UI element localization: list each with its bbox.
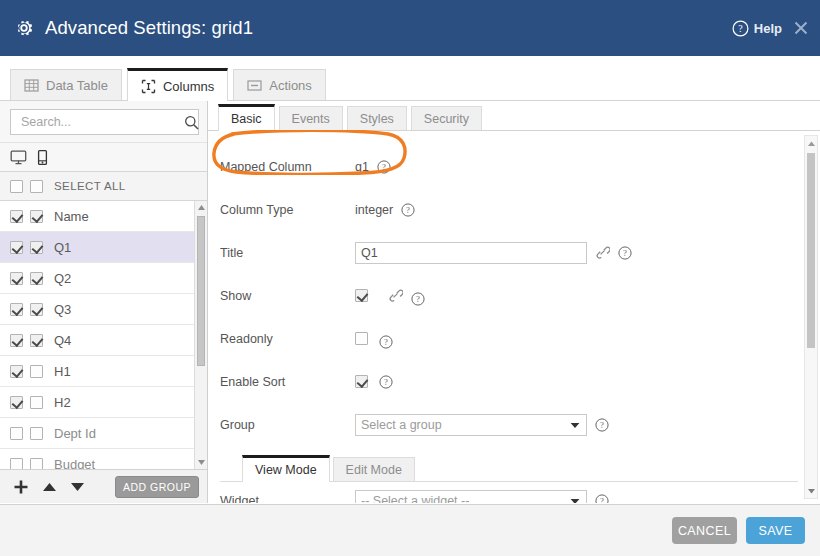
readonly-checkbox[interactable]	[355, 332, 368, 345]
scroll-up-arrow-icon[interactable]	[195, 201, 207, 214]
list-item[interactable]: Dept Id	[0, 418, 207, 449]
show-checkbox[interactable]	[355, 289, 368, 302]
scroll-down-arrow-icon[interactable]	[805, 484, 817, 498]
question-circle-icon[interactable]: ?	[379, 375, 393, 389]
list-item[interactable]: Q3	[0, 294, 207, 325]
dialog-body: SELECT ALL NameQ1Q2Q3Q4H1H2Dept IdBudget	[0, 101, 820, 503]
column-editable-checkbox[interactable]	[30, 458, 43, 470]
column-visible-checkbox[interactable]	[10, 272, 23, 285]
tab-events[interactable]: Events	[279, 106, 343, 130]
list-item[interactable]: H1	[0, 356, 207, 387]
scroll-up-arrow-icon[interactable]	[805, 136, 817, 150]
help-label: Help	[754, 21, 782, 36]
column-visible-checkbox[interactable]	[10, 396, 23, 409]
list-item-label: H2	[54, 395, 71, 410]
add-group-button[interactable]: ADD GROUP	[115, 476, 199, 498]
list-item[interactable]: Budget	[0, 449, 207, 469]
tab-columns[interactable]: Columns	[127, 68, 228, 101]
select-all-row[interactable]: SELECT ALL	[0, 172, 207, 201]
widget-select-value: -- Select a widget --	[361, 494, 469, 504]
header-actions: ? Help	[732, 0, 810, 56]
search-input[interactable]	[19, 114, 184, 130]
column-visible-checkbox[interactable]	[10, 334, 23, 347]
question-circle-icon[interactable]: ?	[401, 203, 415, 217]
tab-actions[interactable]: Actions	[233, 69, 326, 100]
scrollbar-thumb[interactable]	[197, 216, 205, 366]
tab-styles[interactable]: Styles	[347, 106, 407, 130]
list-item[interactable]: Q1	[0, 232, 207, 263]
column-list-scrollbar[interactable]	[194, 201, 207, 469]
column-type-value: integer	[355, 203, 393, 217]
column-editable-checkbox[interactable]	[30, 303, 43, 316]
question-circle-icon[interactable]: ?	[595, 494, 609, 504]
settings-form-scrollbar[interactable]	[804, 135, 818, 499]
tab-view-mode[interactable]: View Mode	[242, 455, 330, 482]
plus-icon[interactable]	[13, 479, 29, 495]
field-label: Readonly	[220, 332, 355, 346]
field-readonly: Readonly ?	[220, 317, 820, 360]
widget-select[interactable]: -- Select a widget --	[355, 490, 587, 504]
chain-link-icon[interactable]	[388, 288, 403, 303]
column-visible-checkbox[interactable]	[10, 241, 23, 254]
column-editable-checkbox[interactable]	[30, 210, 43, 223]
question-circle-icon[interactable]: ?	[379, 335, 393, 349]
arrow-up-icon[interactable]	[42, 481, 57, 493]
close-icon[interactable]	[792, 19, 810, 37]
tab-security[interactable]: Security	[411, 106, 482, 130]
tab-edit-mode[interactable]: Edit Mode	[333, 457, 415, 481]
cancel-button[interactable]: CANCEL	[672, 517, 737, 544]
column-editable-checkbox[interactable]	[30, 272, 43, 285]
tab-label: Actions	[269, 78, 312, 93]
enable-sort-checkbox[interactable]	[355, 375, 368, 388]
title-input[interactable]	[355, 242, 587, 264]
question-circle-icon[interactable]: ?	[377, 160, 391, 174]
search-box[interactable]	[10, 109, 199, 135]
list-item[interactable]: Q2	[0, 263, 207, 294]
question-circle-icon[interactable]: ?	[618, 246, 632, 260]
list-item-label: Q1	[54, 240, 71, 255]
svg-text:?: ?	[600, 420, 604, 430]
field-label: Show	[220, 289, 355, 303]
column-visible-checkbox[interactable]	[10, 210, 23, 223]
search-icon[interactable]	[184, 115, 199, 130]
device-view-toggles	[0, 142, 207, 172]
field-title: Title ?	[220, 231, 820, 274]
column-editable-checkbox[interactable]	[30, 396, 43, 409]
save-button[interactable]: SAVE	[746, 517, 805, 544]
column-editable-checkbox[interactable]	[30, 334, 43, 347]
column-visible-checkbox[interactable]	[10, 427, 23, 440]
arrow-down-icon[interactable]	[70, 481, 85, 493]
tab-label: View Mode	[255, 463, 317, 477]
chain-link-icon[interactable]	[595, 245, 610, 260]
action-box-icon	[247, 78, 262, 93]
column-visible-checkbox[interactable]	[10, 303, 23, 316]
question-circle-icon[interactable]: ?	[411, 292, 425, 306]
column-editable-checkbox[interactable]	[30, 427, 43, 440]
list-item-label: Q4	[54, 333, 71, 348]
list-item[interactable]: Name	[0, 201, 207, 232]
column-editable-checkbox[interactable]	[30, 365, 43, 378]
scrollbar-thumb[interactable]	[807, 153, 815, 348]
column-editable-checkbox[interactable]	[30, 241, 43, 254]
select-all-editable-checkbox[interactable]	[30, 180, 43, 193]
column-visible-checkbox[interactable]	[10, 365, 23, 378]
scroll-down-arrow-icon[interactable]	[195, 456, 207, 469]
tab-label: Columns	[163, 79, 214, 94]
tab-basic[interactable]: Basic	[218, 104, 275, 131]
tab-data-table[interactable]: Data Table	[10, 69, 122, 100]
window-titlebar: Advanced Settings: grid1 ? Help	[0, 0, 820, 56]
select-all-visible-checkbox[interactable]	[10, 180, 23, 193]
desktop-view-icon[interactable]	[10, 149, 27, 166]
tab-label: Events	[292, 112, 330, 126]
help-button[interactable]: ? Help	[732, 20, 782, 37]
column-visible-checkbox[interactable]	[10, 458, 23, 470]
field-column-type: Column Type integer ?	[220, 188, 820, 231]
field-label: Enable Sort	[220, 375, 355, 389]
mobile-view-icon[interactable]	[34, 149, 51, 166]
group-select[interactable]: Select a group	[355, 414, 587, 436]
list-item[interactable]: Q4	[0, 325, 207, 356]
gear-icon	[14, 18, 34, 38]
list-item-label: Name	[54, 209, 89, 224]
question-circle-icon[interactable]: ?	[595, 418, 609, 432]
list-item[interactable]: H2	[0, 387, 207, 418]
